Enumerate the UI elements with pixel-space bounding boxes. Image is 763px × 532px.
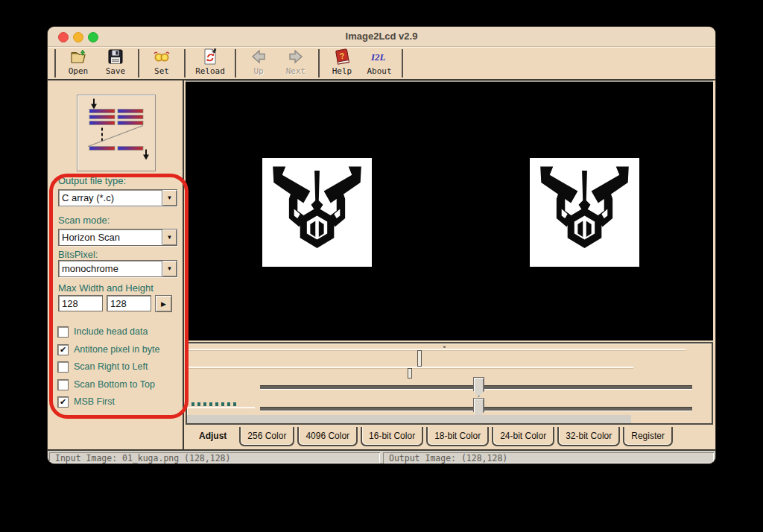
help-book-icon: ? — [333, 48, 351, 66]
ruler-thumb-1[interactable] — [417, 350, 422, 367]
reload-page-icon — [201, 48, 219, 66]
checkbox-label: MSB First — [74, 396, 115, 407]
bits-pixel-select[interactable]: monochrome ▼ — [58, 260, 177, 277]
izl-logo-icon: I2L — [370, 48, 388, 66]
checkbox-icon[interactable] — [57, 326, 69, 338]
progress-strip — [187, 415, 631, 423]
help-button[interactable]: ? Help — [323, 48, 361, 79]
max-height-input[interactable] — [107, 295, 151, 311]
tab-32bit-color[interactable]: 32-bit Color — [557, 427, 620, 446]
about-button[interactable]: I2L About — [361, 48, 398, 79]
scan-direction-arrow-bottom — [143, 150, 149, 160]
tab-18bit-color[interactable]: 18-bit Color — [426, 427, 489, 446]
toolbar-separator — [318, 49, 320, 77]
scan-mode-preview — [77, 95, 156, 171]
chevron-down-icon[interactable]: ▼ — [162, 261, 177, 276]
include-head-data-checkbox-row[interactable]: Include head data — [57, 326, 148, 338]
ruler-thumb-2[interactable] — [408, 368, 412, 379]
tab-adjust[interactable]: Adjust — [192, 427, 233, 445]
ruler-track-1 — [188, 349, 686, 350]
image2lcd-window: Image2Lcd v2.9 Open Save — [48, 27, 715, 463]
toolbar: Open Save Set — [48, 47, 715, 80]
tick-mark — [443, 346, 446, 348]
open-button-label: Open — [69, 66, 89, 76]
output-file-type-value: C array (*.c) — [59, 192, 162, 203]
slider-thumb-1[interactable] — [473, 377, 484, 397]
input-image-preview — [262, 158, 372, 267]
output-image-status: Output Image: (128,128) — [383, 452, 714, 463]
checkbox-icon[interactable]: ✔ — [57, 396, 69, 408]
bits-pixel-value: monochrome — [59, 263, 162, 274]
expand-size-button[interactable]: ▶ — [155, 295, 172, 312]
help-button-label: Help — [332, 66, 352, 76]
toolbar-separator — [184, 49, 186, 77]
bits-pixel-label: BitsPixel: — [58, 249, 98, 260]
kuuga-emblem — [530, 158, 639, 267]
checkbox-icon[interactable] — [57, 361, 69, 373]
scan-direction-arrow-top — [91, 99, 97, 110]
output-file-type-select[interactable]: C array (*.c) ▼ — [58, 189, 177, 206]
scan-bottom-to-top-checkbox-row[interactable]: Scan Bottom to Top — [57, 379, 155, 390]
open-button[interactable]: Open — [60, 48, 97, 79]
chevron-down-icon[interactable]: ▼ — [162, 190, 177, 206]
desktop: { "window": { "title": "Image2Lcd v2.9" … — [0, 0, 763, 532]
msb-first-checkbox-row[interactable]: ✔ MSB First — [57, 396, 115, 408]
set-button-label: Set — [154, 66, 169, 76]
checkbox-label: Scan Right to Left — [74, 361, 148, 372]
label-underline — [188, 407, 255, 408]
antitone-pixel-checkbox-row[interactable]: ✔ Antitone pixel in byte — [57, 343, 159, 355]
checkbox-label: Scan Bottom to Top — [74, 379, 155, 390]
adjust-panel — [186, 342, 713, 425]
status-bar: Input Image: 01_kuga.png (128,128) Outpu… — [48, 449, 715, 463]
tab-strip: Adjust 256 Color 4096 Color 16-bit Color… — [186, 425, 713, 449]
input-image-status: Input Image: 01_kuga.png (128,128) — [49, 452, 380, 463]
scan-right-to-left-checkbox-row[interactable]: Scan Right to Left — [57, 361, 148, 373]
tab-4096-color[interactable]: 4096 Color — [297, 427, 358, 446]
scan-mode-label: Scan mode: — [58, 215, 110, 226]
next-button-label: Next — [286, 66, 306, 76]
scan-mode-value: Horizon Scan — [59, 232, 162, 243]
kuuga-emblem — [262, 158, 372, 267]
save-floppy-icon — [107, 48, 124, 66]
window-title: Image2Lcd v2.9 — [48, 31, 715, 42]
save-button[interactable]: Save — [97, 48, 134, 79]
next-arrow-icon — [287, 48, 305, 66]
scan-mode-select[interactable]: Horizon Scan ▼ — [58, 229, 177, 246]
tab-256-color[interactable]: 256 Color — [239, 427, 294, 446]
tab-24bit-color[interactable]: 24-bit Color — [492, 427, 554, 446]
checkbox-icon[interactable]: ✔ — [57, 344, 69, 355]
tab-register[interactable]: Register — [623, 427, 673, 446]
toolbar-separator — [54, 49, 56, 77]
chevron-down-icon[interactable]: ▼ — [162, 229, 177, 245]
save-button-label: Save — [106, 66, 126, 76]
tab-16bit-color[interactable]: 16-bit Color — [361, 427, 423, 446]
glasses-icon — [153, 48, 171, 66]
arrow-right-icon: ▶ — [161, 300, 166, 308]
toolbar-separator — [235, 49, 236, 77]
up-button-label: Up — [253, 66, 263, 76]
toolbar-separator — [138, 49, 139, 77]
sidebar: Output file type: C array (*.c) ▼ Scan m… — [48, 80, 184, 449]
toolbar-separator — [402, 49, 403, 77]
checkbox-label: Antitone pixel in byte — [74, 344, 159, 355]
output-image-preview — [530, 158, 639, 267]
reload-button-label: Reload — [195, 66, 225, 76]
output-file-type-label: Output file type: — [58, 175, 126, 186]
up-button: Up — [240, 48, 277, 79]
checkbox-icon[interactable] — [57, 379, 69, 390]
about-button-label: About — [367, 66, 391, 76]
checkbox-label: Include head data — [74, 326, 148, 337]
svg-text:I2L: I2L — [370, 51, 386, 63]
title-bar[interactable]: Image2Lcd v2.9 — [48, 27, 715, 47]
open-folder-icon — [69, 48, 87, 66]
set-button[interactable]: Set — [143, 48, 180, 79]
max-width-input[interactable] — [58, 295, 103, 311]
up-arrow-icon — [250, 48, 267, 66]
max-size-label: Max Width and Height — [58, 282, 153, 294]
image-preview-area — [186, 80, 713, 341]
next-button: Next — [277, 48, 314, 79]
illegible-label-marks — [191, 402, 239, 406]
reload-button[interactable]: Reload — [189, 48, 231, 79]
